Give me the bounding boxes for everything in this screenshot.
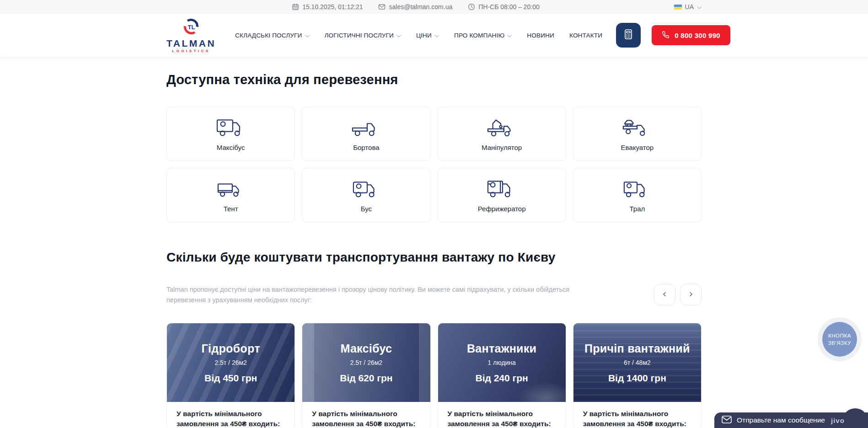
chat-envelope-icon [722,416,732,425]
vehicle-label: Бортова [353,144,379,151]
chevron-down-icon [697,3,702,11]
menu-label: ЦІНИ [416,32,432,39]
carousel-prev-button[interactable] [654,284,675,305]
logo[interactable]: TL TALMAN LOGISTICS [166,17,216,53]
vehicle-card-bus[interactable]: Бус [302,168,430,222]
chevron-down-icon [396,32,401,39]
datetime: 15.10.2025, 01:12:21 [292,3,363,11]
chevron-down-icon [305,32,310,39]
price-card-price: Від 1400 грн [608,373,666,384]
menu-label: НОВИНИ [527,32,554,39]
vehicle-label: Евакуатор [621,144,654,151]
vehicle-card-maxibus[interactable]: Максібус [166,107,295,161]
van-truck-icon [352,178,381,199]
phone-number: 0 800 300 990 [675,32,720,39]
price-card-note: У вартість мінімального замовлення за 45… [167,402,295,428]
menu-item-contacts[interactable]: КОНТАКТИ [569,32,602,39]
price-card-hydroboard: Гідроборт 2.5т / 26м2 Від 450 грн У варт… [166,323,295,428]
carousel-next-button[interactable] [680,284,702,305]
vehicle-card-tent[interactable]: Тент [166,168,295,222]
vehicle-card-flatbed[interactable]: Бортова [302,107,430,161]
price-card-photo: Причіп вантажний 6т / 48м2 Від 1400 грн [573,323,701,402]
price-card-photo: Вантажники 1 людина Від 240 грн [438,323,566,402]
logo-title: TALMAN [166,38,216,48]
chevron-right-icon [688,291,694,299]
logo-icon: TL [182,17,200,37]
price-card-title: Максібус [340,342,392,355]
menu-item-prices[interactable]: ЦІНИ [416,32,439,39]
carousel-controls [654,284,702,305]
vehicle-grid: Максібус Бортова Маніпулятор [166,107,702,222]
trawl-truck-icon [622,178,652,199]
price-card-note: У вартість мінімального замовлення за 45… [302,402,430,428]
jivo-logo: jivo [831,417,845,424]
menu-item-warehouse[interactable]: СКЛАДСЬКІ ПОСЛУГИ [235,32,309,39]
price-card-photo: Гідроборт 2.5т / 26м2 Від 450 грн [167,323,295,402]
menu-item-about[interactable]: ПРО КОМПАНІЮ [454,32,512,39]
email-link[interactable]: sales@talman.com.ua [378,3,452,11]
email-text: sales@talman.com.ua [389,3,452,11]
price-card-title: Вантажники [467,342,536,355]
flatbed-truck-icon [352,117,381,138]
tent-truck-icon [216,178,246,199]
language-selector[interactable]: UA [674,3,702,11]
box-truck-icon [216,117,246,138]
vehicle-card-tow[interactable]: Евакуатор [573,107,702,161]
vehicle-label: Маніпулятор [482,144,522,151]
pricing-description: Talman пропонує доступні ціни на вантажо… [166,284,583,305]
menu-label: ПРО КОМПАНІЮ [454,32,504,39]
price-card-spec: 2.5т / 26м2 [214,359,247,366]
menu-label: СКЛАДСЬКІ ПОСЛУГИ [235,32,302,39]
price-card-note: У вартість мінімального замовлення за 45… [573,402,701,428]
vehicle-label: Рефрижератор [478,205,526,213]
svg-text:TL: TL [188,24,195,31]
price-card-spec: 1 людина [488,359,516,366]
chat-widget[interactable]: Отправьте нам сообщение jivo [714,412,868,428]
datetime-text: 15.10.2025, 01:12:21 [302,3,363,11]
price-card-note: У вартість мінімального замовлення за 45… [438,402,566,428]
chevron-left-icon [662,291,668,299]
phone-icon [662,31,670,40]
vehicle-label: Тент [224,205,238,213]
main-menu: СКЛАДСЬКІ ПОСЛУГИ ЛОГІСТИЧНІ ПОСЛУГИ ЦІН… [235,32,602,39]
price-card-spec: 6т / 48м2 [624,359,651,366]
vehicle-label: Бус [361,205,372,213]
price-card-photo: Максібус 2.5т / 26м2 Від 620 грн [302,323,430,402]
price-card-spec: 2.5т / 26м2 [350,359,383,366]
tow-truck-icon [622,117,652,138]
reefer-truck-icon [487,178,516,199]
calculator-icon [622,28,634,42]
ukraine-flag-icon [674,5,682,10]
hours-text: ПН-СБ 08:00 – 20:00 [478,3,540,11]
callback-button[interactable]: КНОПКА ЗВ'ЯЗКУ [818,317,862,361]
menu-label: КОНТАКТИ [569,32,602,39]
price-card-title: Причіп вантажний [584,342,690,355]
price-card-loaders: Вантажники 1 людина Від 240 грн У вартіс… [438,323,566,428]
menu-item-news[interactable]: НОВИНИ [527,32,554,39]
navbar: TL TALMAN LOGISTICS СКЛАДСЬКІ ПОСЛУГИ ЛО… [0,14,868,57]
chevron-down-icon [507,32,512,39]
price-card-trailer: Причіп вантажний 6т / 48м2 Від 1400 грн … [573,323,702,428]
language-code: UA [685,3,694,11]
topbar: 15.10.2025, 01:12:21 sales@talman.com.ua… [0,0,868,14]
envelope-icon [378,3,386,11]
chat-label: Отправьте нам сообщение [737,416,825,424]
chevron-down-icon [434,32,439,39]
vehicle-card-crane[interactable]: Маніпулятор [438,107,566,161]
callback-label-line2: ЗВ'ЯЗКУ [828,339,851,347]
price-card-maxibus: Максібус 2.5т / 26м2 Від 620 грн У варті… [302,323,430,428]
calculator-button[interactable] [616,23,641,48]
pricing-section-title: Скільки буде коштувати транспортування в… [166,250,702,265]
logo-subtitle: LOGISTICS [172,49,210,53]
working-hours: ПН-СБ 08:00 – 20:00 [468,3,540,11]
vehicle-card-trawl[interactable]: Трал [573,168,702,222]
menu-label: ЛОГІСТИЧНІ ПОСЛУГИ [325,32,394,39]
vehicle-card-reefer[interactable]: Рефрижератор [438,168,566,222]
menu-item-logistics[interactable]: ЛОГІСТИЧНІ ПОСЛУГИ [325,32,401,39]
callback-label-line1: КНОПКА [828,332,851,339]
price-card-price: Від 240 грн [475,373,528,384]
vehicles-section-title: Доступна техніка для перевезення [166,72,702,87]
clock-icon [468,3,475,11]
phone-button[interactable]: 0 800 300 990 [652,25,730,45]
price-card-carousel: Гідроборт 2.5т / 26м2 Від 450 грн У варт… [166,323,702,428]
